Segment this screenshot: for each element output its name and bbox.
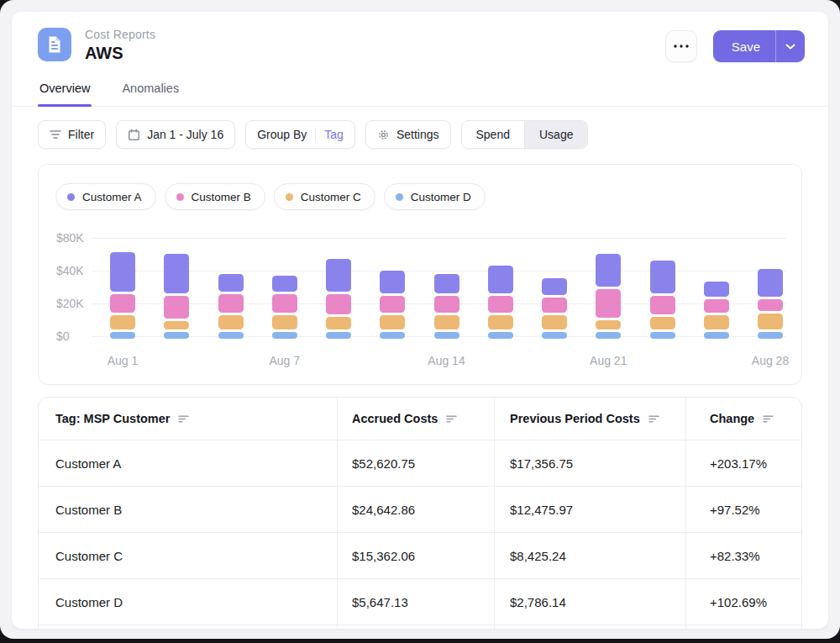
cell-name: Customer D <box>39 579 337 625</box>
bar-segment-customer-a <box>704 282 729 297</box>
table-row-customer-d[interactable]: Customer D $5,647.13 $2,786.14 +102.69% <box>39 578 801 625</box>
ellipsis-icon <box>674 45 689 48</box>
stacked-bar-11[interactable] <box>650 261 675 339</box>
stacked-bar-13[interactable] <box>758 269 783 339</box>
cost-chart-card: Customer A Customer B Customer C Custome… <box>38 164 802 385</box>
bar-segment-customer-d <box>110 332 135 339</box>
legend-dot-customer-b <box>176 193 184 201</box>
stacked-bar-2[interactable] <box>164 254 189 339</box>
chevron-down-icon <box>785 44 795 50</box>
stacked-bar-7[interactable] <box>434 274 459 339</box>
y-axis-label: $40K <box>56 264 84 277</box>
legend-dot-customer-a <box>67 193 75 201</box>
table-row-customer-a[interactable]: Customer A $52,620.75 $17,356.75 +203.17… <box>39 440 801 486</box>
report-type-label: Cost Reports <box>85 28 665 41</box>
chart-legend: Customer A Customer B Customer C Custome… <box>55 183 486 210</box>
legend-pill-customer-c[interactable]: Customer C <box>274 183 375 210</box>
filter-button[interactable]: Filter <box>38 120 106 149</box>
bar-segment-customer-b <box>596 289 621 317</box>
stacked-bar-6[interactable] <box>380 271 405 339</box>
x-axis-label: Aug 7 <box>269 354 300 367</box>
x-axis-label: Aug 1 <box>108 354 139 367</box>
bar-segment-customer-d <box>218 332 244 339</box>
cell-change: +203.17% <box>685 440 801 486</box>
legend-pill-customer-b[interactable]: Customer B <box>165 183 265 210</box>
cell-previous: $2,786.14 <box>494 579 685 625</box>
save-button[interactable]: Save <box>713 40 775 54</box>
column-header-tag[interactable]: Tag: MSP Customer <box>39 398 337 440</box>
bar-segment-customer-c <box>272 315 297 330</box>
bar-segment-customer-d <box>596 332 621 339</box>
sort-lines-icon <box>178 415 189 423</box>
bar-segment-customer-c <box>434 315 459 330</box>
column-header-change[interactable]: Change <box>685 398 801 440</box>
date-range-button[interactable]: Jan 1 - July 16 <box>116 120 235 149</box>
stacked-bar-3[interactable] <box>218 274 244 339</box>
cell-name: Customer C <box>39 533 337 578</box>
cell-accrued: $5,647.13 <box>337 579 494 625</box>
group-by-value: Tag <box>324 128 344 141</box>
bar-segment-customer-c <box>326 317 351 330</box>
cost-table: Tag: MSP Customer Accrued Costs Previous… <box>38 397 802 629</box>
bar-segment-customer-c <box>380 315 405 330</box>
stacked-bar-12[interactable] <box>704 282 729 339</box>
bar-segment-customer-b <box>110 294 135 313</box>
save-dropdown-button[interactable] <box>776 44 805 50</box>
calendar-icon <box>128 129 140 141</box>
bar-segment-customer-c <box>110 315 135 330</box>
legend-pill-customer-d[interactable]: Customer D <box>384 183 486 210</box>
column-header-accrued[interactable]: Accrued Costs <box>337 398 494 440</box>
more-options-button[interactable] <box>665 30 697 62</box>
stacked-bar-1[interactable] <box>110 252 135 339</box>
bar-segment-customer-d <box>272 332 297 339</box>
bar-segment-customer-d <box>542 332 567 339</box>
filter-label: Filter <box>68 128 94 141</box>
document-icon <box>38 28 71 61</box>
table-row-customer-b[interactable]: Customer B $24,642.86 $12,475.97 +97.52% <box>39 486 801 532</box>
bar-segment-customer-b <box>704 299 729 313</box>
tab-overview[interactable]: Overview <box>38 71 92 106</box>
bar-segment-customer-a <box>596 254 621 287</box>
bar-segment-customer-b <box>272 294 297 313</box>
bar-segment-customer-d <box>326 332 351 339</box>
cell-previous: $8,425.24 <box>494 533 685 578</box>
settings-label: Settings <box>396 128 439 141</box>
stacked-bar-4[interactable] <box>272 276 297 339</box>
bar-segment-customer-c <box>164 321 189 329</box>
column-header-previous[interactable]: Previous Period Costs <box>494 398 685 440</box>
cell-previous: $17,356.75 <box>494 440 685 486</box>
stacked-bar-5[interactable] <box>326 259 351 339</box>
bar-segment-customer-b <box>434 296 459 313</box>
cell-name: Customer A <box>39 440 337 486</box>
date-range-label: Jan 1 - July 16 <box>147 128 223 141</box>
cell-previous: $12,475.97 <box>494 487 685 532</box>
settings-button[interactable]: Settings <box>365 120 451 149</box>
legend-pill-customer-a[interactable]: Customer A <box>55 183 156 210</box>
table-header-row: Tag: MSP Customer Accrued Costs Previous… <box>39 398 801 440</box>
stacked-bar-8[interactable] <box>488 266 513 339</box>
bar-segment-customer-a <box>110 252 135 292</box>
bar-segment-customer-a <box>758 269 783 297</box>
tab-anomalies[interactable]: Anomalies <box>120 71 181 106</box>
cell-change: +97.52% <box>685 487 801 532</box>
group-by-button[interactable]: Group By Tag <box>245 120 355 149</box>
bar-segment-customer-c <box>650 317 675 330</box>
bar-segment-customer-d <box>758 332 783 339</box>
cell-accrued: $15,362.06 <box>337 533 494 578</box>
bar-segment-customer-b <box>380 296 405 313</box>
stacked-bar-10[interactable] <box>596 254 621 339</box>
cell-change: +102.69% <box>685 579 801 625</box>
gridline-40k <box>92 271 786 271</box>
table-row-customer-c[interactable]: Customer C $15,362.06 $8,425.24 +82.33% <box>39 532 801 578</box>
gear-icon <box>377 129 390 141</box>
cell-accrued: $52,620.75 <box>337 440 494 486</box>
sort-lines-icon <box>648 415 659 423</box>
toggle-usage[interactable]: Usage <box>524 121 587 148</box>
cell-name: Customer B <box>39 487 337 532</box>
bar-segment-customer-a <box>488 266 513 293</box>
bar-segment-customer-a <box>326 259 351 292</box>
stacked-bar-9[interactable] <box>542 278 567 339</box>
bar-segment-customer-a <box>218 274 244 293</box>
legend-label: Customer A <box>82 191 142 203</box>
toggle-spend[interactable]: Spend <box>462 121 524 148</box>
